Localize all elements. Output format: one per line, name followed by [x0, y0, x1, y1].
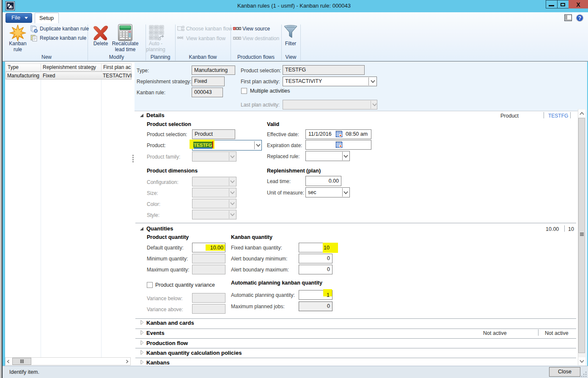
svg-text:?: ? — [578, 15, 581, 21]
